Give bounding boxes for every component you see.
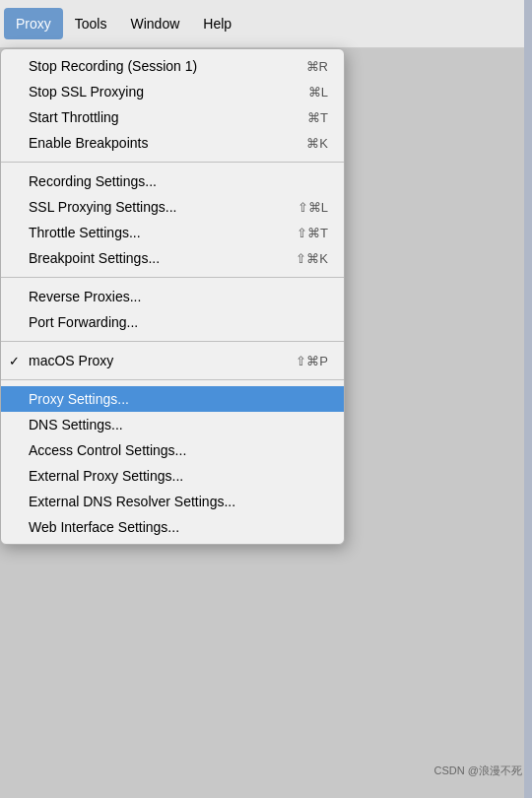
menu-item-throttle-settings-[interactable]: Throttle Settings...⇧⌘T (1, 220, 344, 245)
menu-item-label: Throttle Settings... (29, 225, 267, 240)
menu-item-external-dns-resolver-settings-[interactable]: External DNS Resolver Settings... (1, 489, 344, 514)
menu-item-shortcut: ⇧⌘K (296, 251, 328, 266)
menu-item-label: External DNS Resolver Settings... (29, 494, 328, 509)
menu-item-label: Recording Settings... (29, 173, 328, 189)
menu-divider-1 (1, 162, 344, 163)
menu-item-web-interface-settings-[interactable]: Web Interface Settings... (1, 514, 344, 540)
menu-item-label: Access Control Settings... (29, 442, 328, 458)
menu-item-macos-proxy[interactable]: ✓macOS Proxy⇧⌘P (1, 348, 344, 373)
menu-item-shortcut: ⇧⌘L (298, 200, 328, 215)
menu-section-3: ✓macOS Proxy⇧⌘P (1, 344, 344, 377)
menu-item-label: Proxy Settings... (29, 391, 328, 407)
menu-section-0: Stop Recording (Session 1)⌘RStop SSL Pro… (1, 49, 344, 160)
menu-item-enable-breakpoints[interactable]: Enable Breakpoints⌘K (1, 130, 344, 156)
menu-item-label: External Proxy Settings... (29, 468, 328, 484)
menu-item-external-proxy-settings-[interactable]: External Proxy Settings... (1, 463, 344, 489)
menu-item-label: Breakpoint Settings... (29, 250, 266, 266)
menu-section-4: Proxy Settings...DNS Settings...Access C… (1, 382, 344, 544)
menu-item-label: Enable Breakpoints (29, 135, 277, 151)
menu-item-ssl-proxying-settings-[interactable]: SSL Proxying Settings...⇧⌘L (1, 194, 344, 220)
menu-item-label: Port Forwarding... (29, 314, 328, 330)
menu-item-label: DNS Settings... (29, 417, 328, 432)
menu-item-shortcut: ⌘K (306, 136, 328, 151)
menu-divider-2 (1, 277, 344, 278)
menu-item-breakpoint-settings-[interactable]: Breakpoint Settings...⇧⌘K (1, 245, 344, 271)
app-right-edge (524, 0, 532, 798)
menu-divider-4 (1, 379, 344, 380)
menu-item-label: SSL Proxying Settings... (29, 199, 268, 215)
menu-item-dns-settings-[interactable]: DNS Settings... (1, 412, 344, 437)
menu-item-shortcut: ⌘T (307, 110, 328, 125)
menu-item-access-control-settings-[interactable]: Access Control Settings... (1, 437, 344, 463)
menu-item-label: Start Throttling (29, 109, 278, 125)
menu-item-label: Web Interface Settings... (29, 519, 328, 535)
menu-item-shortcut: ⌘L (308, 85, 328, 100)
menu-item-stop-recording-session-1-[interactable]: Stop Recording (Session 1)⌘R (1, 53, 344, 79)
menu-item-proxy-settings-[interactable]: Proxy Settings... (1, 386, 344, 412)
menu-item-start-throttling[interactable]: Start Throttling⌘T (1, 104, 344, 130)
menu-bar-item-window[interactable]: Window (118, 8, 191, 39)
menu-divider-3 (1, 341, 344, 342)
menu-item-shortcut: ⌘R (306, 59, 328, 74)
menu-item-label: Stop Recording (Session 1) (29, 58, 277, 74)
menu-item-port-forwarding-[interactable]: Port Forwarding... (1, 309, 344, 335)
menu-bar-item-proxy[interactable]: Proxy (4, 8, 63, 39)
proxy-dropdown-menu: Stop Recording (Session 1)⌘RStop SSL Pro… (0, 48, 345, 545)
menu-item-label: macOS Proxy (29, 353, 266, 368)
menu-bar-item-tools[interactable]: Tools (63, 8, 119, 39)
menu-bar-item-help[interactable]: Help (191, 8, 243, 39)
menu-item-stop-ssl-proxying[interactable]: Stop SSL Proxying⌘L (1, 79, 344, 104)
menu-item-shortcut: ⇧⌘T (297, 226, 328, 240)
watermark: CSDN @浪漫不死 (434, 764, 522, 778)
menu-bar: ProxyToolsWindowHelp (0, 0, 532, 48)
menu-item-recording-settings-[interactable]: Recording Settings... (1, 168, 344, 194)
checkmark-icon: ✓ (9, 354, 20, 368)
menu-item-reverse-proxies-[interactable]: Reverse Proxies... (1, 284, 344, 309)
menu-item-label: Reverse Proxies... (29, 289, 328, 304)
menu-item-shortcut: ⇧⌘P (296, 354, 328, 368)
menu-item-label: Stop SSL Proxying (29, 84, 279, 100)
menu-section-2: Reverse Proxies...Port Forwarding... (1, 280, 344, 339)
menu-section-1: Recording Settings...SSL Proxying Settin… (1, 165, 344, 275)
